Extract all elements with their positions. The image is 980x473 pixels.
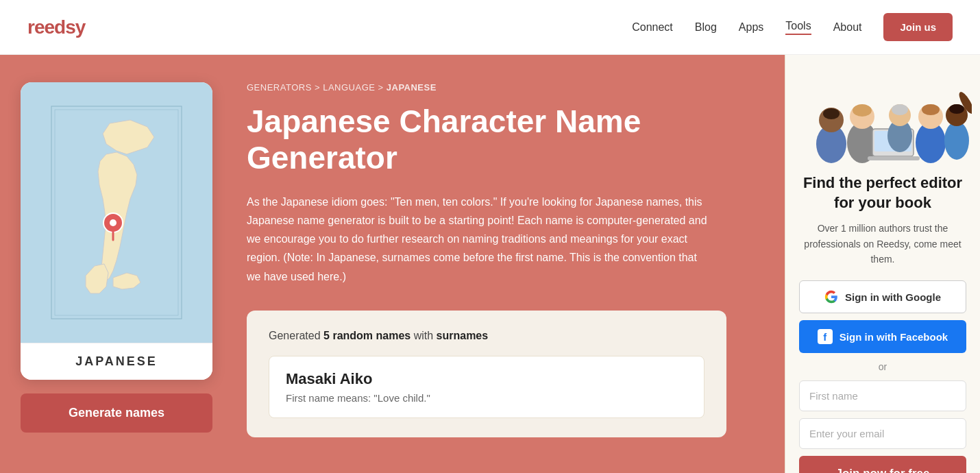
breadcrumb: GENERATORS > LANGUAGE > JAPANESE <box>247 82 757 93</box>
main-nav: Connect Blog Apps Tools About Join us <box>632 13 953 41</box>
generated-name: Masaki Aiko <box>286 370 687 388</box>
google-signin-button[interactable]: Sign in with Google <box>799 280 966 313</box>
nav-tools[interactable]: Tools <box>785 20 811 35</box>
results-summary: Generated 5 random names with surnames <box>269 330 705 342</box>
join-us-button[interactable]: Join us <box>883 13 953 41</box>
google-btn-label: Sign in with Google <box>845 291 941 303</box>
email-input[interactable] <box>799 418 966 449</box>
facebook-icon: f <box>818 329 833 344</box>
content-column: GENERATORS > LANGUAGE > JAPANESE Japanes… <box>233 55 785 473</box>
page-wrapper: JAPANESE Generate names GENERATORS > LAN… <box>0 55 980 473</box>
breadcrumb-language[interactable]: LANGUAGE <box>323 82 375 93</box>
logo[interactable]: reedsy <box>27 16 85 38</box>
svg-point-16 <box>892 104 908 115</box>
svg-point-7 <box>823 108 840 119</box>
page-description: As the Japanese idiom goes: "Ten men, te… <box>247 193 713 286</box>
first-name-input[interactable] <box>799 380 966 411</box>
generate-names-button[interactable]: Generate names <box>21 393 212 433</box>
join-now-button[interactable]: Join now for free <box>799 456 966 473</box>
breadcrumb-generators[interactable]: GENERATORS <box>247 82 312 93</box>
sidebar-description: Over 1 million authors trust the profess… <box>799 221 966 267</box>
svg-point-22 <box>949 104 964 114</box>
right-sidebar: Find the perfect editor for your book Ov… <box>785 55 980 473</box>
card-column: JAPANESE Generate names <box>0 55 233 473</box>
svg-point-10 <box>853 104 872 117</box>
sidebar-illustration <box>794 55 972 168</box>
name-meaning: First name means: "Love child." <box>286 392 687 404</box>
breadcrumb-japanese: JAPANESE <box>387 82 437 93</box>
japan-card: JAPANESE <box>21 82 212 380</box>
page-title: Japanese Character Name Generator <box>247 104 757 176</box>
breadcrumb-sep2: > <box>378 82 387 93</box>
svg-point-20 <box>944 121 969 160</box>
svg-point-19 <box>922 104 940 115</box>
sidebar-title: Find the perfect editor for your book <box>799 173 966 213</box>
summary-mid: with <box>411 330 436 341</box>
or-divider: or <box>879 361 887 372</box>
header: reedsy Connect Blog Apps Tools About Joi… <box>0 0 980 55</box>
facebook-signin-button[interactable]: f Sign in with Facebook <box>799 320 966 353</box>
card-map <box>21 82 212 343</box>
team-illustration <box>794 55 972 168</box>
japan-map-svg <box>48 103 185 322</box>
name-result: Masaki Aiko First name means: "Love chil… <box>269 356 705 418</box>
svg-rect-13 <box>868 156 920 160</box>
nav-connect[interactable]: Connect <box>632 21 673 34</box>
google-icon <box>824 290 838 304</box>
svg-point-4 <box>110 219 117 226</box>
summary-count: 5 random names <box>323 330 411 341</box>
main-area: JAPANESE Generate names GENERATORS > LAN… <box>0 55 785 473</box>
breadcrumb-sep1: > <box>315 82 323 93</box>
nav-about[interactable]: About <box>833 21 862 34</box>
nav-apps[interactable]: Apps <box>739 21 763 34</box>
facebook-btn-label: Sign in with Facebook <box>840 331 948 343</box>
results-area: Generated 5 random names with surnames M… <box>247 311 726 437</box>
summary-prefix: Generated <box>269 330 323 341</box>
summary-type: surnames <box>437 330 489 341</box>
nav-blog[interactable]: Blog <box>695 21 717 34</box>
card-label: JAPANESE <box>21 343 212 380</box>
